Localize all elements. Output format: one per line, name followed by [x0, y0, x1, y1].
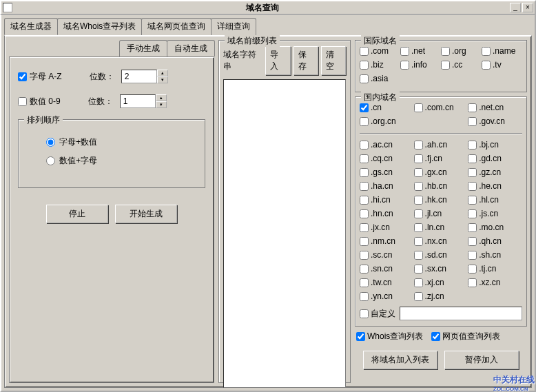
intl-cb-3[interactable]: [482, 47, 491, 56]
main-tab-3[interactable]: 详细查询: [211, 18, 256, 35]
dom-cb-17[interactable]: [468, 209, 477, 218]
mid-panel: 域名前缀列表 域名字符串 导入 保存 清空: [218, 40, 351, 383]
main-tab-1[interactable]: 域名Whois查寻列表: [57, 18, 142, 35]
dom-cb-14[interactable]: [468, 196, 477, 205]
dom-label-11: .he.cn: [479, 181, 502, 191]
bottom-cb-1[interactable]: [431, 332, 440, 341]
intl-cb-8[interactable]: [360, 74, 369, 83]
dom-cb-4[interactable]: [414, 154, 423, 163]
dom-cb-34[interactable]: [414, 292, 423, 301]
bottom-btn-1[interactable]: 暂停加入: [444, 351, 519, 369]
dom-top-cb-0[interactable]: [360, 103, 369, 112]
minimize-button[interactable]: _: [510, 3, 521, 12]
dom-cb-26[interactable]: [468, 251, 477, 260]
dom-cb-19[interactable]: [414, 223, 423, 232]
intl-cb-4[interactable]: [360, 61, 369, 70]
order-legend: 排列顺序: [24, 114, 63, 126]
dom-cb-13[interactable]: [414, 196, 423, 205]
letters-up-icon[interactable]: ▴: [157, 70, 168, 76]
dom-cb-2[interactable]: [468, 141, 477, 149]
clear-button[interactable]: 清空: [321, 46, 346, 75]
order-radio-1[interactable]: [46, 156, 55, 165]
letters-down-icon[interactable]: ▾: [157, 76, 168, 83]
dom-top-cb-2[interactable]: [468, 103, 477, 112]
dom-cb-27[interactable]: [360, 265, 369, 274]
dom-label-27: .sn.cn: [371, 264, 393, 274]
main-tab-0[interactable]: 域名生成器: [4, 18, 58, 35]
numbers-down-icon[interactable]: ▾: [156, 101, 167, 108]
dom-cb-22[interactable]: [414, 237, 423, 246]
dom-cb-12[interactable]: [360, 196, 369, 205]
dom-top-cb-3[interactable]: [360, 117, 369, 126]
custom-label: 自定义: [371, 308, 395, 320]
order-radio-0[interactable]: [46, 138, 55, 147]
dom-cb-23[interactable]: [468, 237, 477, 246]
sub-tab-1[interactable]: 自动生成: [167, 40, 215, 56]
intl-cb-7[interactable]: [482, 61, 491, 70]
intl-cb-6[interactable]: [441, 61, 450, 70]
letters-checkbox[interactable]: [18, 72, 27, 81]
dom-cb-5[interactable]: [468, 154, 477, 163]
dom-cb-21[interactable]: [360, 237, 369, 246]
intl-cb-5[interactable]: [400, 61, 409, 70]
letters-digits-input[interactable]: [121, 70, 157, 83]
intl-label-6: .cc: [452, 60, 462, 70]
dom-cb-32[interactable]: [468, 278, 477, 287]
dom-cb-30[interactable]: [360, 278, 369, 287]
dom-cb-10[interactable]: [414, 182, 423, 191]
dom-cb-33[interactable]: [360, 292, 369, 301]
bottom-cb-0[interactable]: [356, 332, 365, 341]
dom-cb-16[interactable]: [414, 209, 423, 218]
numbers-digits-label: 位数：: [88, 96, 113, 107]
dom-top-cb-5[interactable]: [468, 117, 477, 126]
intl-cb-1[interactable]: [400, 47, 409, 56]
custom-checkbox[interactable]: [360, 309, 369, 318]
dom-cb-31[interactable]: [414, 278, 423, 287]
dom-label-25: .sd.cn: [425, 250, 447, 260]
dom-cb-28[interactable]: [414, 265, 423, 274]
numbers-digits-input[interactable]: [120, 94, 156, 108]
dom-label-28: .sx.cn: [425, 264, 446, 274]
dom-label-2: .bj.cn: [479, 140, 499, 149]
intl-legend: 国际域名: [361, 35, 400, 47]
bottom-btn-0[interactable]: 将域名加入列表: [363, 351, 437, 369]
dom-label-20: .mo.cn: [479, 223, 504, 232]
dom-cb-1[interactable]: [414, 141, 423, 149]
save-button[interactable]: 保存: [293, 46, 318, 75]
dom-cb-7[interactable]: [414, 168, 423, 177]
dom-cb-6[interactable]: [360, 168, 369, 177]
intl-label-4: .biz: [371, 60, 384, 70]
dom-label-16: .jl.cn: [425, 209, 442, 218]
custom-input[interactable]: [400, 307, 522, 320]
dom-cb-0[interactable]: [360, 141, 369, 149]
close-button[interactable]: ×: [522, 3, 533, 12]
numbers-up-icon[interactable]: ▴: [156, 94, 167, 101]
dom-label-22: .nx.cn: [425, 236, 447, 246]
main-tab-2[interactable]: 域名网页值查询: [141, 18, 212, 35]
dom-cb-20[interactable]: [468, 223, 477, 232]
sub-tab-0[interactable]: 手动生成: [119, 40, 167, 56]
intl-cb-0[interactable]: [360, 47, 369, 56]
dom-cb-29[interactable]: [468, 265, 477, 274]
dom-label-7: .gx.cn: [425, 167, 447, 177]
dom-cb-3[interactable]: [360, 154, 369, 163]
letters-digits-label: 位数：: [90, 71, 114, 83]
dom-cb-24[interactable]: [360, 251, 369, 260]
prefix-listbox[interactable]: [223, 79, 346, 388]
intl-label-8: .asia: [371, 74, 388, 83]
intl-label-5: .info: [411, 60, 427, 70]
dom-cb-18[interactable]: [360, 223, 369, 232]
dom-top-cb-1[interactable]: [414, 103, 423, 112]
stop-button[interactable]: 停止: [46, 205, 108, 223]
import-button[interactable]: 导入: [265, 46, 290, 75]
dom-cb-25[interactable]: [414, 251, 423, 260]
start-button[interactable]: 开始生成: [115, 205, 177, 223]
sub-content: 字母 A-Z 位数： ▴ ▾ 数值 0-9 位数：: [9, 56, 214, 383]
intl-label-7: .tv: [493, 60, 502, 70]
intl-cb-2[interactable]: [441, 47, 450, 56]
dom-cb-15[interactable]: [360, 209, 369, 218]
dom-cb-9[interactable]: [360, 182, 369, 191]
numbers-checkbox[interactable]: [18, 97, 27, 106]
dom-cb-11[interactable]: [468, 182, 477, 191]
dom-cb-8[interactable]: [468, 168, 477, 177]
